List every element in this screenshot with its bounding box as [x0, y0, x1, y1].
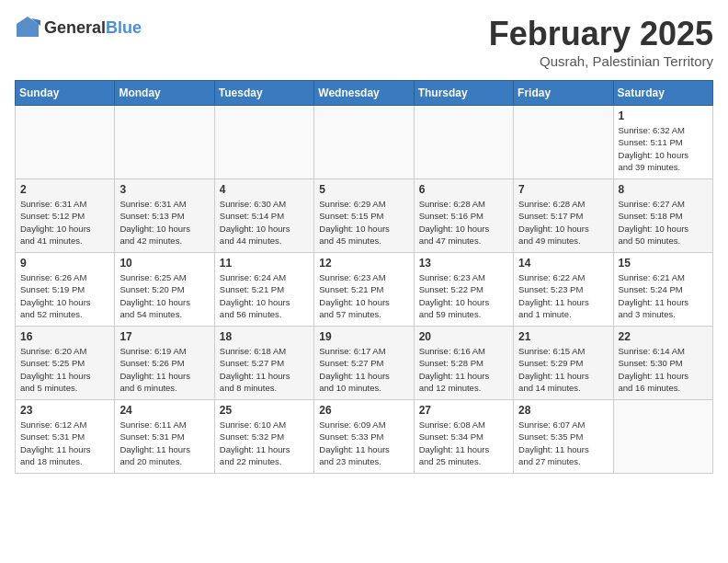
- day-number: 23: [20, 404, 109, 417]
- calendar-cell: 22Sunrise: 6:14 AM Sunset: 5:30 PM Dayli…: [613, 327, 712, 400]
- day-info: Sunrise: 6:26 AM Sunset: 5:19 PM Dayligh…: [20, 271, 109, 320]
- calendar-cell: 14Sunrise: 6:22 AM Sunset: 5:23 PM Dayli…: [514, 253, 613, 327]
- day-number: 20: [419, 330, 508, 343]
- day-of-week-header: Friday: [514, 81, 613, 106]
- calendar-cell: [314, 106, 414, 179]
- day-info: Sunrise: 6:10 AM Sunset: 5:32 PM Dayligh…: [220, 419, 309, 467]
- day-number: 1: [619, 109, 708, 122]
- calendar-cell: [613, 400, 712, 474]
- day-number: 12: [319, 257, 408, 270]
- day-number: 25: [220, 404, 309, 417]
- calendar-cell: 4Sunrise: 6:30 AM Sunset: 5:14 PM Daylig…: [214, 179, 313, 253]
- day-number: 4: [220, 183, 309, 196]
- calendar-cell: [214, 106, 313, 179]
- calendar-cell: 1Sunrise: 6:32 AM Sunset: 5:11 PM Daylig…: [613, 106, 712, 179]
- day-info: Sunrise: 6:24 AM Sunset: 5:21 PM Dayligh…: [220, 271, 309, 320]
- day-number: 21: [518, 330, 608, 343]
- calendar-cell: 23Sunrise: 6:12 AM Sunset: 5:31 PM Dayli…: [16, 400, 115, 474]
- day-number: 17: [119, 330, 209, 343]
- day-info: Sunrise: 6:29 AM Sunset: 5:15 PM Dayligh…: [319, 198, 408, 247]
- day-number: 11: [220, 257, 309, 270]
- day-number: 27: [419, 404, 508, 417]
- day-number: 7: [518, 183, 608, 196]
- calendar-cell: 9Sunrise: 6:26 AM Sunset: 5:19 PM Daylig…: [16, 253, 115, 327]
- calendar-cell: 16Sunrise: 6:20 AM Sunset: 5:25 PM Dayli…: [16, 327, 115, 400]
- day-info: Sunrise: 6:21 AM Sunset: 5:24 PM Dayligh…: [619, 271, 708, 320]
- day-info: Sunrise: 6:12 AM Sunset: 5:31 PM Dayligh…: [20, 419, 109, 467]
- day-info: Sunrise: 6:17 AM Sunset: 5:27 PM Dayligh…: [319, 345, 408, 394]
- calendar-cell: 28Sunrise: 6:07 AM Sunset: 5:35 PM Dayli…: [514, 400, 613, 474]
- day-number: 22: [619, 330, 708, 343]
- calendar-cell: 12Sunrise: 6:23 AM Sunset: 5:21 PM Dayli…: [314, 253, 414, 327]
- calendar-cell: 21Sunrise: 6:15 AM Sunset: 5:29 PM Dayli…: [514, 327, 613, 400]
- calendar-cell: 17Sunrise: 6:19 AM Sunset: 5:26 PM Dayli…: [115, 327, 214, 400]
- calendar-cell: 20Sunrise: 6:16 AM Sunset: 5:28 PM Dayli…: [414, 327, 513, 400]
- day-of-week-header: Thursday: [414, 81, 513, 106]
- day-number: 14: [518, 257, 608, 270]
- calendar-cell: [414, 106, 513, 179]
- calendar-week-row: 2Sunrise: 6:31 AM Sunset: 5:12 PM Daylig…: [16, 179, 713, 253]
- day-number: 5: [319, 183, 408, 196]
- calendar-cell: 8Sunrise: 6:27 AM Sunset: 5:18 PM Daylig…: [613, 179, 712, 253]
- day-info: Sunrise: 6:15 AM Sunset: 5:29 PM Dayligh…: [518, 345, 608, 394]
- day-info: Sunrise: 6:09 AM Sunset: 5:33 PM Dayligh…: [319, 419, 408, 467]
- calendar-cell: 19Sunrise: 6:17 AM Sunset: 5:27 PM Dayli…: [314, 327, 414, 400]
- day-info: Sunrise: 6:20 AM Sunset: 5:25 PM Dayligh…: [20, 345, 109, 394]
- day-info: Sunrise: 6:23 AM Sunset: 5:22 PM Dayligh…: [419, 271, 508, 320]
- day-number: 9: [20, 257, 109, 270]
- calendar-body: 1Sunrise: 6:32 AM Sunset: 5:11 PM Daylig…: [16, 106, 713, 474]
- day-info: Sunrise: 6:28 AM Sunset: 5:17 PM Dayligh…: [518, 198, 608, 247]
- calendar-cell: 25Sunrise: 6:10 AM Sunset: 5:32 PM Dayli…: [214, 400, 313, 474]
- calendar-table: SundayMondayTuesdayWednesdayThursdayFrid…: [15, 80, 713, 474]
- calendar-week-row: 9Sunrise: 6:26 AM Sunset: 5:19 PM Daylig…: [16, 253, 713, 327]
- day-info: Sunrise: 6:11 AM Sunset: 5:31 PM Dayligh…: [119, 419, 209, 467]
- calendar-cell: 26Sunrise: 6:09 AM Sunset: 5:33 PM Dayli…: [314, 400, 414, 474]
- logo-general: General: [44, 18, 106, 37]
- logo-blue: Blue: [106, 18, 142, 37]
- day-info: Sunrise: 6:14 AM Sunset: 5:30 PM Dayligh…: [619, 345, 708, 394]
- day-info: Sunrise: 6:07 AM Sunset: 5:35 PM Dayligh…: [518, 419, 608, 467]
- day-info: Sunrise: 6:30 AM Sunset: 5:14 PM Dayligh…: [220, 198, 309, 247]
- calendar-week-row: 16Sunrise: 6:20 AM Sunset: 5:25 PM Dayli…: [16, 327, 713, 400]
- day-number: 18: [220, 330, 309, 343]
- day-info: Sunrise: 6:16 AM Sunset: 5:28 PM Dayligh…: [419, 345, 508, 394]
- day-number: 16: [20, 330, 109, 343]
- calendar-cell: 18Sunrise: 6:18 AM Sunset: 5:27 PM Dayli…: [214, 327, 313, 400]
- day-info: Sunrise: 6:28 AM Sunset: 5:16 PM Dayligh…: [419, 198, 508, 247]
- day-info: Sunrise: 6:19 AM Sunset: 5:26 PM Dayligh…: [119, 345, 209, 394]
- calendar-cell: [16, 106, 115, 179]
- day-info: Sunrise: 6:27 AM Sunset: 5:18 PM Dayligh…: [619, 198, 708, 247]
- day-info: Sunrise: 6:08 AM Sunset: 5:34 PM Dayligh…: [419, 419, 508, 467]
- day-info: Sunrise: 6:22 AM Sunset: 5:23 PM Dayligh…: [518, 271, 608, 320]
- day-info: Sunrise: 6:25 AM Sunset: 5:20 PM Dayligh…: [119, 271, 209, 320]
- logo-icon: [15, 15, 40, 40]
- logo: GeneralBlue: [15, 15, 142, 40]
- day-info: Sunrise: 6:31 AM Sunset: 5:13 PM Dayligh…: [119, 198, 209, 247]
- title-block: February 2025 Qusrah, Palestinian Territ…: [489, 15, 713, 69]
- calendar-cell: [514, 106, 613, 179]
- day-info: Sunrise: 6:32 AM Sunset: 5:11 PM Dayligh…: [619, 124, 708, 173]
- calendar-cell: 15Sunrise: 6:21 AM Sunset: 5:24 PM Dayli…: [613, 253, 712, 327]
- day-info: Sunrise: 6:23 AM Sunset: 5:21 PM Dayligh…: [319, 271, 408, 320]
- day-info: Sunrise: 6:31 AM Sunset: 5:12 PM Dayligh…: [20, 198, 109, 247]
- calendar-cell: 2Sunrise: 6:31 AM Sunset: 5:12 PM Daylig…: [16, 179, 115, 253]
- calendar-cell: 3Sunrise: 6:31 AM Sunset: 5:13 PM Daylig…: [115, 179, 214, 253]
- day-info: Sunrise: 6:18 AM Sunset: 5:27 PM Dayligh…: [220, 345, 309, 394]
- month-title: February 2025: [489, 15, 713, 53]
- day-number: 19: [319, 330, 408, 343]
- day-number: 15: [619, 257, 708, 270]
- calendar-cell: 11Sunrise: 6:24 AM Sunset: 5:21 PM Dayli…: [214, 253, 313, 327]
- day-number: 26: [319, 404, 408, 417]
- calendar-cell: 13Sunrise: 6:23 AM Sunset: 5:22 PM Dayli…: [414, 253, 513, 327]
- day-number: 28: [518, 404, 608, 417]
- day-number: 10: [119, 257, 209, 270]
- page-header: GeneralBlue February 2025 Qusrah, Palest…: [15, 15, 713, 69]
- calendar-cell: 24Sunrise: 6:11 AM Sunset: 5:31 PM Dayli…: [115, 400, 214, 474]
- calendar-cell: [115, 106, 214, 179]
- location: Qusrah, Palestinian Territory: [489, 53, 713, 69]
- calendar-week-row: 1Sunrise: 6:32 AM Sunset: 5:11 PM Daylig…: [16, 106, 713, 179]
- day-number: 6: [419, 183, 508, 196]
- day-of-week-header: Wednesday: [314, 81, 414, 106]
- day-number: 24: [119, 404, 209, 417]
- calendar-cell: 10Sunrise: 6:25 AM Sunset: 5:20 PM Dayli…: [115, 253, 214, 327]
